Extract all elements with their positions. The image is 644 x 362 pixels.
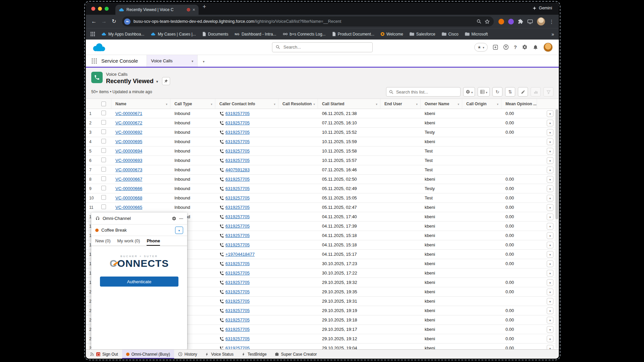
- omni-settings-gear-icon[interactable]: [172, 216, 176, 221]
- minimize-window-button[interactable]: [98, 7, 102, 11]
- chevron-down-icon[interactable]: [192, 58, 193, 63]
- phone-number-link[interactable]: 6319257705: [225, 270, 250, 276]
- chevron-down-icon[interactable]: [416, 102, 418, 106]
- omni-tab-my-work[interactable]: My work (0): [117, 236, 140, 246]
- chevron-down-icon[interactable]: [211, 102, 212, 106]
- utility-history[interactable]: History: [174, 350, 201, 359]
- phone-number-link[interactable]: 6319257705: [225, 111, 250, 116]
- column-mean-opinion[interactable]: Mean Opinion ...: [501, 99, 537, 109]
- voice-call-link[interactable]: VC-00000668: [115, 195, 142, 200]
- row-actions-button[interactable]: [547, 110, 553, 117]
- sort-button[interactable]: [505, 87, 515, 97]
- row-checkbox[interactable]: [101, 148, 106, 153]
- help-icon[interactable]: [514, 44, 517, 50]
- voice-call-link[interactable]: VC-00000671: [115, 111, 142, 116]
- bookmark-star-icon[interactable]: [485, 19, 490, 24]
- utility-super-case-creator[interactable]: Super Case Creator: [271, 350, 321, 359]
- row-actions-button[interactable]: [547, 307, 553, 314]
- row-checkbox[interactable]: [101, 167, 106, 172]
- select-all-column[interactable]: [97, 99, 111, 109]
- voice-call-link[interactable]: VC-00000665: [115, 205, 142, 210]
- status-dropdown-button[interactable]: [175, 227, 183, 234]
- utility-testbridge[interactable]: TestBridge: [237, 350, 271, 359]
- row-actions-button[interactable]: [547, 317, 553, 323]
- phone-number-link[interactable]: 6319257705: [225, 280, 250, 285]
- row-actions-button[interactable]: [547, 232, 553, 239]
- forward-button[interactable]: [99, 17, 109, 26]
- tab-voice-calls[interactable]: Voice Calls: [147, 55, 198, 67]
- tab-list-dropdown[interactable]: [198, 55, 210, 67]
- row-checkbox[interactable]: [101, 139, 106, 143]
- notifications-bell-icon[interactable]: [533, 44, 538, 50]
- extension-purple-icon[interactable]: [508, 19, 514, 24]
- phone-number-link[interactable]: 4407591283: [225, 167, 250, 172]
- favorites-button[interactable]: [474, 43, 488, 52]
- row-actions-button[interactable]: [547, 223, 553, 230]
- phone-number-link[interactable]: 6319257705: [225, 233, 250, 238]
- chevron-down-icon[interactable]: [166, 102, 167, 106]
- bookmark-welcome[interactable]: Welcome: [381, 32, 403, 37]
- row-actions-button[interactable]: [547, 242, 553, 248]
- omni-tab-new[interactable]: New (0): [95, 236, 111, 246]
- phone-number-link[interactable]: 6319257705: [225, 205, 250, 210]
- phone-number-link[interactable]: 6319257705: [225, 346, 250, 349]
- row-actions-button[interactable]: [547, 279, 553, 286]
- phone-number-link[interactable]: 6319257705: [225, 261, 250, 266]
- row-actions-button[interactable]: [547, 157, 553, 164]
- pin-list-button[interactable]: [162, 77, 170, 85]
- voice-call-link[interactable]: VC-00000693: [115, 158, 142, 163]
- bookmark-folder-cisco[interactable]: Cisco: [442, 32, 459, 37]
- site-info-icon[interactable]: [124, 18, 130, 25]
- chevron-down-icon[interactable]: [458, 102, 459, 106]
- phone-number-link[interactable]: 6319257705: [225, 224, 250, 229]
- row-actions-button[interactable]: [547, 120, 553, 126]
- row-actions-button[interactable]: [547, 148, 553, 155]
- refresh-button[interactable]: [492, 87, 502, 97]
- row-actions-button[interactable]: [547, 260, 553, 267]
- tab-close-button[interactable]: [193, 7, 195, 12]
- bookmark-documents[interactable]: Documents: [202, 32, 228, 37]
- select-all-checkbox[interactable]: [101, 102, 106, 106]
- extension-orange-icon[interactable]: [498, 19, 504, 24]
- chevron-down-icon[interactable]: [313, 102, 315, 106]
- list-search-input[interactable]: [395, 89, 458, 95]
- column-name[interactable]: Name: [111, 99, 170, 109]
- gemini-button[interactable]: Gemini: [532, 6, 552, 10]
- scrollbar-thumb[interactable]: [555, 109, 558, 219]
- chevron-down-icon[interactable]: [274, 102, 275, 106]
- phone-number-link[interactable]: 6319257705: [225, 158, 250, 163]
- bookmark-dashboard[interactable]: NGDashboard - Intra...: [235, 32, 276, 37]
- filter-button[interactable]: [543, 87, 553, 97]
- browser-menu-icon[interactable]: [549, 19, 554, 24]
- back-button[interactable]: [89, 17, 99, 26]
- column-call-type[interactable]: Call Type: [170, 99, 215, 109]
- column-end-user[interactable]: End User: [380, 99, 421, 109]
- browser-tab[interactable]: Recently Viewed | Voice C: [115, 5, 199, 15]
- row-actions-button[interactable]: [547, 336, 553, 342]
- row-actions-button[interactable]: [547, 176, 553, 183]
- bookmark-my-apps[interactable]: My Apps Dashboa...: [101, 32, 144, 37]
- voice-call-link[interactable]: VC-00000694: [115, 148, 142, 154]
- voice-call-link[interactable]: VC-00000667: [115, 177, 142, 182]
- voice-call-link[interactable]: VC-00000673: [115, 167, 142, 172]
- setup-gear-icon[interactable]: [522, 44, 528, 50]
- browser-profile-avatar[interactable]: [537, 17, 545, 25]
- user-avatar[interactable]: [543, 43, 553, 52]
- row-actions-button[interactable]: [547, 326, 553, 333]
- voice-call-link[interactable]: VC-00000672: [115, 120, 142, 125]
- zoom-icon[interactable]: [477, 19, 481, 24]
- utility-omni-channel[interactable]: Omni-Channel (Busy): [122, 350, 174, 359]
- side-panel-icon[interactable]: [527, 19, 533, 24]
- row-checkbox[interactable]: [101, 111, 106, 115]
- address-bar[interactable]: busu-scv-ops-team-testdemo-dev-ed.develo…: [122, 16, 494, 26]
- row-actions-button[interactable]: [547, 345, 553, 350]
- phone-number-link[interactable]: 6319257705: [225, 214, 250, 219]
- upload-status-icon[interactable]: [503, 44, 509, 50]
- view-selector-caret[interactable]: [156, 78, 158, 84]
- authenticate-button[interactable]: Authenticate: [100, 277, 178, 287]
- phone-number-link[interactable]: 6319257705: [225, 308, 250, 313]
- new-tab-button[interactable]: [203, 3, 206, 10]
- phone-number-link[interactable]: 6319257705: [225, 336, 250, 341]
- row-checkbox[interactable]: [101, 195, 106, 200]
- row-actions-button[interactable]: [547, 195, 553, 201]
